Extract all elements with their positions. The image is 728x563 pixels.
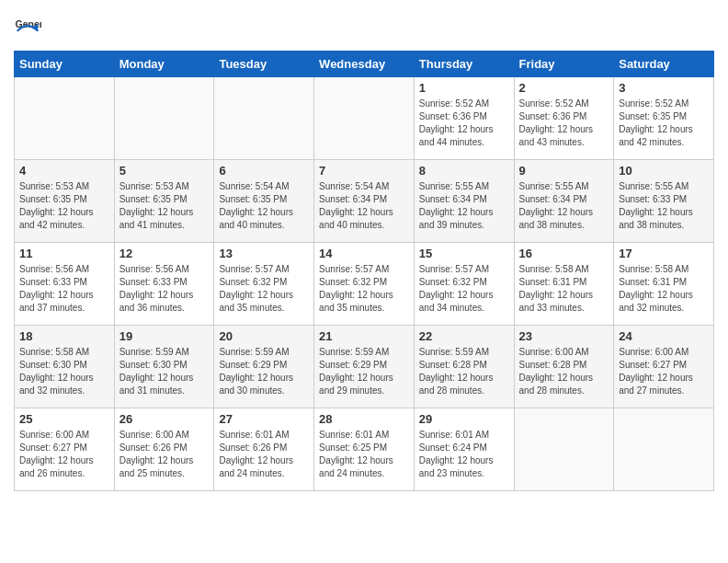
day-info: Sunrise: 5:55 AM Sunset: 6:34 PM Dayligh… [419, 180, 509, 232]
day-info: Sunrise: 5:58 AM Sunset: 6:31 PM Dayligh… [519, 263, 609, 315]
week-row-1: 1Sunrise: 5:52 AM Sunset: 6:36 PM Daylig… [15, 77, 714, 160]
day-info: Sunrise: 5:53 AM Sunset: 6:35 PM Dayligh… [119, 180, 210, 232]
day-number: 20 [219, 329, 309, 343]
week-row-4: 18Sunrise: 5:58 AM Sunset: 6:30 PM Dayli… [15, 326, 714, 408]
day-info: Sunrise: 5:58 AM Sunset: 6:30 PM Dayligh… [19, 346, 109, 397]
calendar-cell: 24Sunrise: 6:00 AM Sunset: 6:27 PM Dayli… [614, 326, 714, 408]
calendar-cell: 22Sunrise: 5:59 AM Sunset: 6:28 PM Dayli… [414, 326, 514, 408]
calendar-cell: 15Sunrise: 5:57 AM Sunset: 6:32 PM Dayli… [414, 243, 514, 326]
calendar-cell: 28Sunrise: 6:01 AM Sunset: 6:25 PM Dayli… [314, 408, 415, 491]
day-info: Sunrise: 6:01 AM Sunset: 6:24 PM Dayligh… [419, 429, 509, 480]
day-info: Sunrise: 6:01 AM Sunset: 6:26 PM Dayligh… [219, 429, 309, 480]
calendar-cell: 26Sunrise: 6:00 AM Sunset: 6:26 PM Dayli… [114, 408, 214, 491]
calendar-cell: 12Sunrise: 5:56 AM Sunset: 6:33 PM Dayli… [114, 243, 214, 326]
day-number: 18 [19, 329, 109, 343]
day-number: 4 [19, 164, 109, 178]
calendar-cell: 8Sunrise: 5:55 AM Sunset: 6:34 PM Daylig… [414, 160, 514, 243]
calendar-cell: 2Sunrise: 5:52 AM Sunset: 6:36 PM Daylig… [514, 77, 614, 160]
calendar-cell: 25Sunrise: 6:00 AM Sunset: 6:27 PM Dayli… [15, 408, 115, 491]
week-row-3: 11Sunrise: 5:56 AM Sunset: 6:33 PM Dayli… [15, 243, 714, 326]
day-info: Sunrise: 5:52 AM Sunset: 6:36 PM Dayligh… [419, 98, 509, 149]
logo: General [14, 14, 46, 41]
day-info: Sunrise: 5:54 AM Sunset: 6:35 PM Dayligh… [219, 180, 309, 232]
calendar-table: SundayMondayTuesdayWednesdayThursdayFrid… [14, 51, 714, 491]
calendar-cell: 13Sunrise: 5:57 AM Sunset: 6:32 PM Dayli… [214, 243, 314, 326]
page-header: General [14, 14, 714, 41]
day-number: 1 [419, 81, 509, 95]
day-number: 6 [219, 164, 309, 178]
day-info: Sunrise: 5:52 AM Sunset: 6:35 PM Dayligh… [619, 98, 709, 149]
day-number: 10 [619, 164, 709, 178]
day-info: Sunrise: 5:54 AM Sunset: 6:34 PM Dayligh… [319, 180, 409, 232]
calendar-cell: 10Sunrise: 5:55 AM Sunset: 6:33 PM Dayli… [614, 160, 714, 243]
calendar-cell: 14Sunrise: 5:57 AM Sunset: 6:32 PM Dayli… [314, 243, 415, 326]
calendar-cell: 7Sunrise: 5:54 AM Sunset: 6:34 PM Daylig… [314, 160, 415, 243]
day-info: Sunrise: 6:00 AM Sunset: 6:26 PM Dayligh… [119, 429, 210, 480]
calendar-cell: 17Sunrise: 5:58 AM Sunset: 6:31 PM Dayli… [614, 243, 714, 326]
week-row-2: 4Sunrise: 5:53 AM Sunset: 6:35 PM Daylig… [15, 160, 714, 243]
day-info: Sunrise: 5:52 AM Sunset: 6:36 PM Dayligh… [519, 98, 609, 149]
calendar-cell: 5Sunrise: 5:53 AM Sunset: 6:35 PM Daylig… [114, 160, 214, 243]
weekday-header-tuesday: Tuesday [214, 52, 314, 77]
calendar-cell: 11Sunrise: 5:56 AM Sunset: 6:33 PM Dayli… [15, 243, 115, 326]
weekday-header-saturday: Saturday [614, 52, 714, 77]
day-info: Sunrise: 6:01 AM Sunset: 6:25 PM Dayligh… [319, 429, 409, 480]
calendar-cell: 18Sunrise: 5:58 AM Sunset: 6:30 PM Dayli… [15, 326, 115, 408]
calendar-cell: 21Sunrise: 5:59 AM Sunset: 6:29 PM Dayli… [314, 326, 415, 408]
day-number: 23 [519, 329, 609, 343]
calendar-cell: 9Sunrise: 5:55 AM Sunset: 6:34 PM Daylig… [514, 160, 614, 243]
calendar-cell [314, 77, 415, 160]
calendar-cell: 23Sunrise: 6:00 AM Sunset: 6:28 PM Dayli… [514, 326, 614, 408]
day-info: Sunrise: 5:59 AM Sunset: 6:30 PM Dayligh… [119, 346, 210, 397]
day-number: 17 [619, 247, 709, 260]
day-number: 22 [419, 329, 509, 343]
day-info: Sunrise: 5:58 AM Sunset: 6:31 PM Dayligh… [619, 263, 709, 315]
calendar-cell: 29Sunrise: 6:01 AM Sunset: 6:24 PM Dayli… [414, 408, 514, 491]
calendar-cell: 19Sunrise: 5:59 AM Sunset: 6:30 PM Dayli… [114, 326, 214, 408]
day-number: 16 [519, 247, 609, 260]
logo-icon: General [14, 14, 41, 41]
calendar-cell [15, 77, 115, 160]
day-number: 2 [519, 81, 609, 95]
day-number: 11 [19, 247, 109, 260]
day-info: Sunrise: 5:53 AM Sunset: 6:35 PM Dayligh… [19, 180, 109, 232]
calendar-cell [114, 77, 214, 160]
day-info: Sunrise: 6:00 AM Sunset: 6:27 PM Dayligh… [619, 346, 709, 397]
day-number: 26 [119, 412, 210, 426]
weekday-header-thursday: Thursday [414, 52, 514, 77]
weekday-header-sunday: Sunday [15, 52, 115, 77]
weekday-header-monday: Monday [114, 52, 214, 77]
day-number: 21 [319, 329, 409, 343]
calendar-cell [614, 408, 714, 491]
day-number: 19 [119, 329, 210, 343]
calendar-cell: 20Sunrise: 5:59 AM Sunset: 6:29 PM Dayli… [214, 326, 314, 408]
week-row-5: 25Sunrise: 6:00 AM Sunset: 6:27 PM Dayli… [15, 408, 714, 491]
weekday-header-wednesday: Wednesday [314, 52, 415, 77]
day-info: Sunrise: 6:00 AM Sunset: 6:27 PM Dayligh… [19, 429, 109, 480]
calendar-cell: 16Sunrise: 5:58 AM Sunset: 6:31 PM Dayli… [514, 243, 614, 326]
day-number: 24 [619, 329, 709, 343]
day-info: Sunrise: 5:57 AM Sunset: 6:32 PM Dayligh… [319, 263, 409, 315]
day-number: 12 [119, 247, 210, 260]
day-number: 25 [19, 412, 109, 426]
day-number: 8 [419, 164, 509, 178]
day-number: 15 [419, 247, 509, 260]
calendar-cell [214, 77, 314, 160]
day-number: 9 [519, 164, 609, 178]
day-info: Sunrise: 5:56 AM Sunset: 6:33 PM Dayligh… [19, 263, 109, 315]
day-info: Sunrise: 5:56 AM Sunset: 6:33 PM Dayligh… [119, 263, 210, 315]
day-number: 28 [319, 412, 409, 426]
day-info: Sunrise: 5:59 AM Sunset: 6:28 PM Dayligh… [419, 346, 509, 397]
calendar-cell: 3Sunrise: 5:52 AM Sunset: 6:35 PM Daylig… [614, 77, 714, 160]
day-number: 3 [619, 81, 709, 95]
day-info: Sunrise: 5:57 AM Sunset: 6:32 PM Dayligh… [219, 263, 309, 315]
calendar-cell [514, 408, 614, 491]
calendar-cell: 6Sunrise: 5:54 AM Sunset: 6:35 PM Daylig… [214, 160, 314, 243]
weekday-header-row: SundayMondayTuesdayWednesdayThursdayFrid… [15, 52, 714, 77]
day-info: Sunrise: 6:00 AM Sunset: 6:28 PM Dayligh… [519, 346, 609, 397]
weekday-header-friday: Friday [514, 52, 614, 77]
day-number: 14 [319, 247, 409, 260]
day-number: 27 [219, 412, 309, 426]
day-number: 13 [219, 247, 309, 260]
day-number: 5 [119, 164, 210, 178]
